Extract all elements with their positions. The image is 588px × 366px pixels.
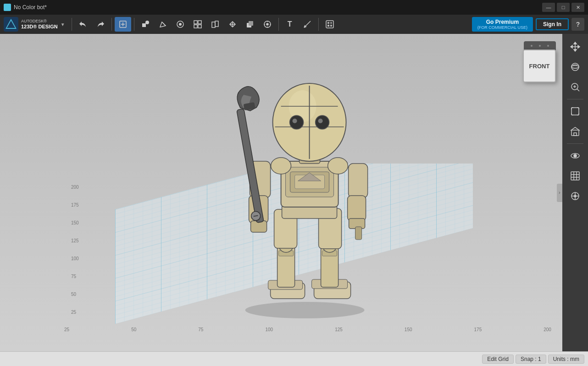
panel-collapse-handle[interactable]: ›	[557, 184, 562, 202]
measure-button[interactable]	[299, 17, 316, 32]
view-cube[interactable]: FRONT	[522, 41, 559, 78]
boolean-button[interactable]	[242, 17, 258, 32]
sep-5	[318, 18, 319, 31]
snap-world-button[interactable]	[566, 187, 584, 205]
redo-button[interactable]	[92, 17, 109, 32]
svg-rect-61	[355, 227, 362, 240]
close-button[interactable]: ✕	[571, 3, 584, 12]
svg-rect-32	[330, 25, 332, 27]
svg-point-85	[571, 66, 579, 68]
svg-rect-59	[348, 196, 366, 221]
sep-4	[278, 18, 279, 31]
pan-button[interactable]	[566, 38, 584, 56]
svg-point-23	[266, 23, 268, 25]
sketch-button[interactable]	[155, 17, 171, 32]
view-cube-label: FRONT	[529, 63, 550, 70]
svg-marker-83	[578, 45, 580, 48]
grid-display-button[interactable]	[566, 167, 584, 185]
titlebar: No Color bot* — □ ✕	[0, 0, 588, 15]
maximize-button[interactable]: □	[557, 3, 570, 12]
sep-3	[134, 18, 134, 31]
svg-rect-7	[142, 23, 146, 27]
svg-rect-100	[574, 133, 577, 136]
svg-marker-80	[574, 42, 577, 44]
svg-point-62	[271, 158, 291, 174]
right-panel-sep-1	[567, 99, 583, 99]
window-title: No Color bot*	[14, 4, 47, 11]
visibility-button[interactable]	[566, 147, 584, 165]
robot-model	[213, 34, 406, 319]
snap-setting-button[interactable]: Snap : 1	[516, 355, 546, 364]
material-button[interactable]	[322, 17, 338, 32]
main-viewport[interactable]: 25 50 75 100 125 150 175 200 200 175 150…	[0, 34, 588, 351]
svg-point-102	[574, 154, 577, 157]
svg-rect-14	[194, 25, 197, 28]
svg-rect-58	[349, 164, 368, 198]
home-view-button[interactable]	[566, 122, 584, 141]
text-button[interactable]: T	[282, 17, 298, 32]
svg-marker-81	[574, 49, 577, 51]
svg-marker-0	[5, 5, 10, 9]
svg-rect-103	[571, 172, 579, 180]
orbit-button[interactable]	[566, 58, 584, 76]
svg-point-73	[318, 119, 323, 123]
svg-rect-28	[326, 21, 333, 28]
transform-button[interactable]	[224, 17, 241, 32]
app-logo[interactable]: AUTODESK® 123D® DESIGN ▼	[4, 17, 65, 32]
ruler-y: 200 175 150 125 100 75 50 25	[71, 185, 79, 315]
right-panel	[562, 34, 588, 351]
primitives-button[interactable]	[137, 17, 154, 32]
modify-button[interactable]	[172, 17, 189, 32]
minimize-button[interactable]: —	[542, 3, 555, 12]
svg-point-36	[245, 302, 365, 318]
zoom-button[interactable]	[566, 78, 584, 96]
svg-rect-30	[330, 22, 332, 24]
svg-rect-90	[571, 108, 579, 115]
ruler-x: 25 50 75 100 125 150 175 200	[60, 327, 556, 332]
edit-grid-button[interactable]: Edit Grid	[482, 355, 514, 364]
logo-mark	[4, 17, 18, 32]
svg-point-11	[179, 23, 182, 26]
svg-rect-12	[194, 21, 197, 24]
signin-button[interactable]: Sign In	[536, 18, 569, 30]
toolbar: AUTODESK® 123D® DESIGN ▼	[0, 15, 588, 34]
logo-text: AUTODESK® 123D® DESIGN	[21, 19, 58, 30]
svg-point-111	[574, 195, 576, 197]
premium-button[interactable]: Go Premium (FOR COMMERCIAL USE)	[472, 17, 533, 32]
svg-rect-21	[249, 21, 253, 26]
svg-point-63	[328, 158, 348, 174]
svg-rect-13	[198, 21, 201, 24]
snap-button[interactable]	[259, 17, 276, 32]
svg-point-84	[571, 63, 579, 71]
app-icon	[4, 4, 11, 11]
pattern-button[interactable]	[189, 17, 206, 32]
svg-rect-17	[215, 21, 218, 27]
svg-point-72	[293, 119, 297, 123]
fit-button[interactable]	[566, 102, 584, 120]
svg-rect-31	[327, 25, 329, 27]
svg-marker-82	[571, 45, 572, 48]
group-button[interactable]	[207, 17, 223, 32]
svg-line-9	[162, 22, 166, 26]
units-button[interactable]: Units : mm	[548, 355, 584, 364]
help-button[interactable]: ?	[571, 18, 584, 31]
svg-rect-15	[198, 25, 201, 28]
new-solid-button[interactable]	[115, 17, 131, 32]
sep-2	[111, 18, 112, 31]
right-panel-sep-2	[567, 143, 583, 144]
svg-rect-16	[212, 22, 215, 27]
svg-rect-29	[327, 22, 329, 24]
sep-1	[72, 18, 72, 31]
titlebar-left: No Color bot*	[4, 4, 47, 11]
logo-dropdown-icon[interactable]: ▼	[61, 22, 65, 27]
statusbar: Edit Grid Snap : 1 Units : mm	[0, 351, 588, 366]
undo-button[interactable]	[75, 17, 91, 32]
window-controls: — □ ✕	[542, 3, 584, 12]
3d-viewport[interactable]: 25 50 75 100 125 150 175 200 200 175 150…	[0, 34, 588, 351]
svg-line-87	[577, 89, 579, 91]
svg-point-8	[145, 21, 149, 24]
